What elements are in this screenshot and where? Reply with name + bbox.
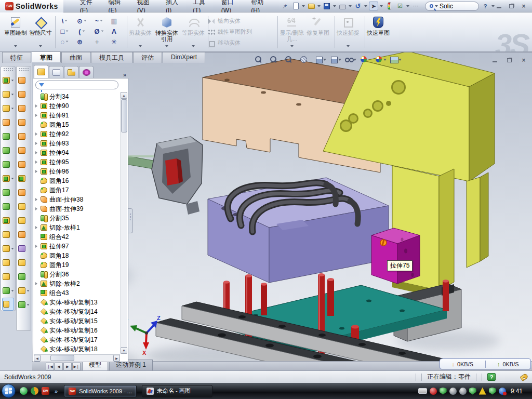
tab-featuremanager[interactable] — [34, 65, 48, 78]
tab-nav-button[interactable]: ◀ — [55, 363, 63, 370]
sketch-entity-button[interactable]: ✳ — [108, 36, 125, 47]
trim-entities-button[interactable]: 剪裁实体 — [128, 15, 153, 49]
scroll-thumb[interactable] — [50, 355, 74, 361]
tray-icon[interactable] — [459, 388, 467, 395]
command-tab[interactable]: DimXpert — [163, 52, 205, 63]
feature-tree-item[interactable]: 分割34 — [34, 92, 120, 101]
sketch-entity-button[interactable]: ( — [73, 26, 90, 36]
minimize-button[interactable] — [495, 3, 503, 10]
restore-button[interactable] — [507, 3, 515, 10]
command-tab[interactable]: 特征 — [2, 52, 31, 63]
sketch-entity-button[interactable]: ▦ — [108, 16, 125, 26]
sketch-entity-button[interactable]: \ — [56, 16, 73, 26]
features-toolbar-button[interactable] — [1, 200, 15, 214]
expand-arrow-icon[interactable] — [35, 245, 37, 248]
surfaces-toolbar-button[interactable] — [17, 200, 31, 214]
feature-tree-item[interactable]: 拉伸95 — [34, 157, 120, 167]
display-delete-relations-button[interactable]: 显示/删除几... — [278, 15, 305, 49]
save-icon[interactable] — [322, 2, 331, 10]
feature-tree-item[interactable]: 拉伸97 — [34, 242, 120, 251]
features-toolbar-button[interactable] — [2, 298, 14, 311]
scroll-thumb[interactable] — [121, 99, 127, 132]
feature-tree-item[interactable]: 拉伸91 — [34, 111, 120, 120]
help-icon[interactable]: ? — [481, 2, 490, 10]
surfaces-toolbar-button[interactable] — [17, 284, 31, 298]
tray-icon[interactable] — [440, 388, 447, 395]
tray-icon[interactable] — [479, 388, 486, 395]
offset-entities-button[interactable]: 等距实体 — [181, 15, 206, 49]
taskbar-window-button[interactable]: 未命名 - 画图 — [142, 385, 212, 397]
tray-icon[interactable] — [489, 388, 496, 395]
quick-launch-icon[interactable] — [31, 387, 38, 395]
feature-tree-item[interactable]: 实体-移动/复制16 — [34, 326, 120, 335]
tab-nav-button[interactable]: ▶ — [63, 363, 72, 370]
features-toolbar-button[interactable] — [1, 228, 15, 242]
scroll-left-icon[interactable]: ◀ — [34, 355, 41, 362]
hud-icon[interactable] — [300, 56, 311, 63]
features-toolbar-button[interactable] — [1, 242, 15, 256]
command-tab[interactable]: 评估 — [133, 52, 162, 63]
feature-tree-item[interactable]: 拉伸96 — [34, 167, 120, 176]
expand-arrow-icon[interactable] — [35, 198, 37, 201]
feature-tree-item[interactable]: 实体-移动/复制14 — [34, 307, 120, 316]
feature-tree-item[interactable]: 切除-放样1 — [34, 223, 120, 232]
hud-icon[interactable] — [375, 56, 387, 63]
surfaces-toolbar-button[interactable] — [17, 87, 31, 101]
new-document-icon[interactable] — [291, 2, 300, 10]
tree-vertical-scrollbar[interactable]: ▲ ▼ — [121, 92, 127, 354]
expand-arrow-icon[interactable] — [35, 104, 37, 108]
feature-tree-item[interactable]: 拉伸94 — [34, 148, 120, 157]
search-caret-icon[interactable] — [435, 5, 438, 7]
tray-icon[interactable] — [499, 388, 506, 395]
doc-minimize-button[interactable] — [490, 57, 499, 64]
feature-tree-item[interactable]: 组合42 — [34, 232, 120, 242]
smart-dimension-button[interactable]: 智能尺寸 — [28, 15, 53, 49]
hud-icon[interactable] — [345, 56, 356, 63]
sketch-modify-button[interactable]: 线性草图阵列 — [208, 26, 275, 37]
tray-icon[interactable] — [469, 388, 476, 395]
feature-tree-item[interactable]: 实体-移动/复制15 — [34, 316, 120, 326]
surfaces-toolbar-button[interactable] — [17, 157, 31, 171]
features-toolbar-button[interactable] — [1, 284, 15, 298]
status-help-icon[interactable]: ? — [487, 373, 496, 381]
sketch-modify-button[interactable]: 移动实体 — [208, 37, 275, 48]
doc-close-button[interactable]: × — [520, 57, 528, 64]
toolbar-grip[interactable] — [3, 68, 13, 72]
feature-tree-item[interactable]: 实体-移动/复制13 — [34, 298, 120, 307]
taskbar-window-button[interactable]: SW SolidWorks 2009 - ... — [64, 385, 137, 397]
start-button[interactable] — [2, 384, 16, 398]
hud-icon[interactable] — [390, 56, 402, 63]
sketch-entity-button[interactable]: + — [90, 36, 108, 47]
input-method-icon[interactable] — [418, 388, 427, 394]
print-icon[interactable] — [338, 2, 347, 10]
feature-tree-item[interactable]: 组合43 — [34, 288, 120, 298]
sketch-entity-button[interactable]: □ — [56, 26, 73, 36]
surfaces-toolbar-button[interactable] — [17, 101, 31, 115]
expand-arrow-icon[interactable] — [35, 161, 37, 164]
sketch-entity-button[interactable]: ⊕ — [73, 36, 90, 47]
scroll-up-icon[interactable]: ▲ — [121, 92, 127, 99]
search-value[interactable]: Solic — [440, 3, 453, 10]
overflow-toolbar-icon[interactable]: ⋯ — [411, 2, 420, 10]
tree-filter-input[interactable] — [35, 81, 118, 89]
surfaces-toolbar-button[interactable] — [17, 242, 31, 256]
features-toolbar-button[interactable] — [1, 143, 15, 157]
surfaces-toolbar-button[interactable] — [17, 115, 31, 129]
feature-tree-item[interactable]: 圆角15 — [34, 120, 120, 129]
surfaces-toolbar-button[interactable] — [17, 73, 31, 87]
surfaces-toolbar-button[interactable] — [17, 143, 31, 157]
toolbar-grip[interactable] — [19, 68, 29, 72]
hud-icon[interactable] — [270, 56, 281, 63]
quick-launch-icon[interactable]: SW — [42, 387, 49, 395]
sketch-entity-button[interactable]: ⊙ — [73, 16, 90, 26]
rapid-sketch-button[interactable]: 快速草图 — [366, 15, 391, 49]
feature-tree-item[interactable]: 实体-移动/复制18 — [34, 344, 120, 354]
surfaces-toolbar-button[interactable] — [17, 298, 31, 312]
tree-horizontal-scrollbar[interactable]: ◀ ▶ — [34, 354, 120, 361]
open-icon[interactable] — [307, 2, 316, 10]
features-toolbar-button[interactable] — [1, 214, 15, 228]
sketch-entity-button[interactable]: ◌ — [56, 36, 73, 47]
features-toolbar-button[interactable] — [1, 270, 15, 284]
surfaces-toolbar-button[interactable] — [17, 129, 31, 143]
features-toolbar-button[interactable] — [1, 129, 15, 143]
